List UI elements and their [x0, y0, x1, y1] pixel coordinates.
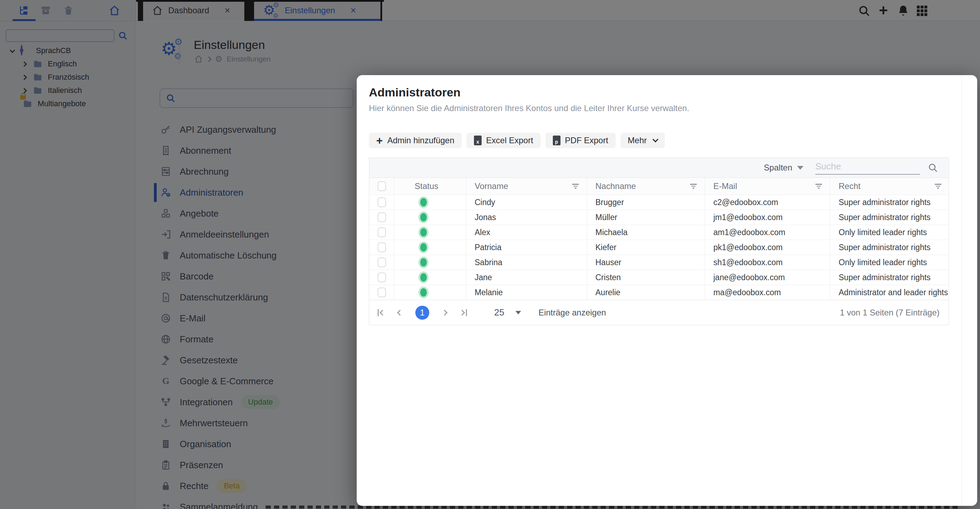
column-label: Nachname: [595, 181, 636, 191]
status-active-dot: [420, 273, 427, 282]
pdf-export-button[interactable]: p PDF Export: [546, 133, 616, 148]
row-select-cell: [369, 240, 394, 255]
nachname-cell: Brugger: [587, 195, 705, 210]
pagination-summary: 1 von 1 Seiten (7 Einträge): [840, 308, 940, 318]
table-row[interactable]: Jonas Müller jm1@edoobox.com Super admin…: [369, 210, 948, 225]
next-page-button[interactable]: [442, 311, 447, 315]
column-header-vorname[interactable]: Vorname: [466, 178, 587, 195]
page-size-caret-icon[interactable]: [515, 311, 521, 314]
drawer-subtitle: Hier können Sie die Administratoren Ihre…: [369, 104, 949, 113]
select-all-cell: [369, 178, 394, 195]
row-checkbox[interactable]: [378, 257, 386, 267]
drawer-content: Administratoren Hier können Sie die Admi…: [369, 86, 949, 325]
page-size-value[interactable]: 25: [494, 307, 504, 318]
email-cell: jm1@edoobox.com: [705, 210, 830, 225]
recht-cell: Super administrator rights: [830, 270, 949, 285]
current-page-button[interactable]: 1: [415, 306, 429, 320]
search-placeholder: Suche: [815, 161, 841, 174]
pagination: 1 25 Einträge anzeigen 1 von 1 Seiten (7…: [369, 300, 948, 325]
column-header-nachname[interactable]: Nachname: [587, 178, 705, 195]
vorname-cell: Jane: [466, 270, 587, 285]
table-row[interactable]: Cindy Brugger c2@edoobox.com Super admin…: [369, 195, 948, 210]
row-select-cell: [369, 270, 394, 285]
row-checkbox[interactable]: [378, 287, 386, 297]
nachname-cell: Cristen: [587, 270, 705, 285]
nachname-cell: Michaela: [587, 225, 705, 240]
row-select-cell: [369, 225, 394, 240]
last-page-button[interactable]: [460, 309, 467, 316]
row-checkbox[interactable]: [378, 273, 386, 282]
status-cell: [394, 270, 466, 285]
email-cell: sh1@edoobox.com: [705, 255, 830, 270]
table-row[interactable]: Jane Cristen jane@edoobox.com Super admi…: [369, 270, 948, 285]
status-active-dot: [420, 213, 427, 222]
table-row[interactable]: Melanie Aurelie ma@edoobox.com Administr…: [369, 285, 948, 300]
status-cell: [394, 210, 466, 225]
row-select-cell: [369, 255, 394, 270]
recht-cell: Administrator and leader rights: [830, 285, 949, 300]
status-active-dot: [420, 243, 427, 252]
filter-icon[interactable]: [572, 184, 579, 189]
admins-table: Spalten Suche Status Vorname: [369, 158, 949, 325]
table-body: Cindy Brugger c2@edoobox.com Super admin…: [369, 195, 948, 300]
columns-label: Spalten: [764, 163, 792, 172]
table-header-row: Status Vorname Nachname E-Mail Recht: [369, 178, 948, 195]
email-cell: am1@edoobox.com: [705, 225, 830, 240]
status-cell: [394, 195, 466, 210]
button-label: Excel Export: [486, 136, 533, 145]
recht-cell: Super administrator rights: [830, 195, 949, 210]
status-active-dot: [420, 288, 427, 297]
chevron-down-icon: [652, 137, 659, 142]
nachname-cell: Aurelie: [587, 285, 705, 300]
status-cell: [394, 255, 466, 270]
recht-cell: Super administrator rights: [830, 210, 949, 225]
recht-cell: Only limited leader rights: [830, 225, 949, 240]
column-header-status[interactable]: Status: [394, 178, 466, 195]
email-cell: ma@edoobox.com: [705, 285, 830, 300]
column-header-email[interactable]: E-Mail: [705, 178, 830, 195]
row-checkbox[interactable]: [378, 197, 386, 207]
status-cell: [394, 225, 466, 240]
toolbar: + Admin hinzufügen x Excel Export p PDF …: [369, 133, 949, 148]
table-row[interactable]: Alex Michaela am1@edoobox.com Only limit…: [369, 225, 948, 240]
search-icon[interactable]: [928, 163, 938, 173]
recht-cell: Super administrator rights: [830, 240, 949, 255]
email-cell: pk1@edoobox.com: [705, 240, 830, 255]
row-select-cell: [369, 285, 394, 300]
column-header-recht[interactable]: Recht: [830, 178, 949, 195]
vorname-cell: Sabrina: [466, 255, 587, 270]
caret-down-icon: [797, 166, 803, 170]
vorname-cell: Cindy: [466, 195, 587, 210]
page-size-label: Einträge anzeigen: [539, 308, 606, 318]
filter-icon[interactable]: [815, 184, 822, 189]
filter-icon[interactable]: [690, 184, 697, 189]
table-search-input[interactable]: Suche: [815, 161, 920, 175]
table-row[interactable]: Patricia Kiefer pk1@edoobox.com Super ad…: [369, 240, 948, 255]
button-label: Admin hinzufügen: [387, 136, 454, 145]
row-checkbox[interactable]: [378, 227, 386, 237]
excel-export-button[interactable]: x Excel Export: [467, 133, 541, 148]
vorname-cell: Melanie: [466, 285, 587, 300]
columns-chooser[interactable]: Spalten: [764, 163, 803, 172]
vorname-cell: Alex: [466, 225, 587, 240]
previous-page-button[interactable]: [398, 311, 402, 315]
plus-icon: +: [376, 135, 383, 146]
nachname-cell: Hauser: [587, 255, 705, 270]
filter-icon[interactable]: [935, 184, 942, 189]
column-label: Recht: [838, 181, 861, 191]
row-checkbox[interactable]: [378, 243, 386, 252]
select-all-checkbox[interactable]: [378, 181, 386, 191]
row-checkbox[interactable]: [378, 212, 386, 222]
add-admin-button[interactable]: + Admin hinzufügen: [369, 133, 462, 148]
status-active-dot: [420, 258, 427, 266]
first-page-button[interactable]: [378, 309, 385, 316]
pdf-file-icon: p: [553, 136, 560, 145]
drawer-scrollbar-track[interactable]: [961, 75, 962, 506]
screen: Dashboard × ⚙⚙⚙ Einstellungen × +: [0, 0, 980, 509]
more-button[interactable]: Mehr: [620, 133, 665, 148]
table-row[interactable]: Sabrina Hauser sh1@edoobox.com Only limi…: [369, 255, 948, 270]
recht-cell: Only limited leader rights: [830, 255, 949, 270]
nachname-cell: Kiefer: [587, 240, 705, 255]
excel-file-icon: x: [474, 136, 482, 145]
status-cell: [394, 240, 466, 255]
